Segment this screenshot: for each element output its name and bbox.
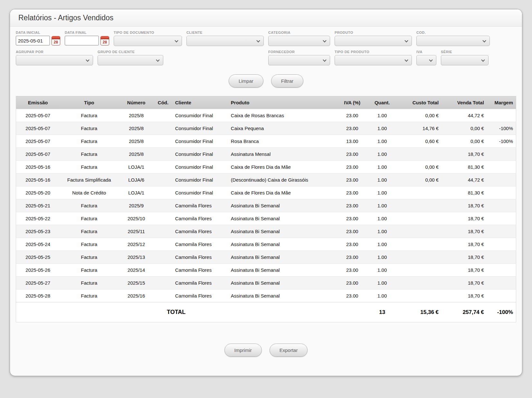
filter-label-data-final: DATA FINAL: [65, 31, 109, 34]
filter-serie: SÉRIE: [441, 50, 489, 65]
iva-select[interactable]: [416, 55, 436, 65]
table-cell: LOJA/1: [119, 186, 154, 199]
chevron-down-icon: [481, 58, 485, 62]
table-cell: [396, 264, 442, 277]
produto-select[interactable]: [335, 36, 412, 46]
filter-tipo-de-produto: TIPO DE PRODUTO: [335, 50, 412, 65]
table-cell: 1.00: [368, 289, 396, 302]
table-cell: 2025/10: [119, 212, 154, 225]
filter-data-inicial: DATA INICIAL28: [16, 31, 60, 45]
column-header: Margem: [487, 96, 516, 109]
report-actions: Imprimir Exportar: [10, 344, 522, 357]
calendar-icon[interactable]: 28: [100, 36, 109, 45]
table-cell: 2025-05-28: [16, 289, 60, 302]
table-cell: 23.00: [336, 174, 368, 186]
table-row: 2025-05-07Factura2025/8Consumidor FinalC…: [16, 122, 516, 135]
filter-fornecedor: FORNECEDOR: [268, 50, 330, 65]
total-sales: 257,74 €: [442, 302, 487, 322]
table-cell: 44,72 €: [442, 174, 487, 186]
table-cell: Caixa Pequena: [228, 122, 336, 135]
table-row: 2025-05-23Factura2025/11Camomila FloresA…: [16, 225, 516, 238]
filter-control-cliente: [186, 36, 264, 46]
table-cell: 2025-05-07: [16, 135, 60, 148]
cod-select[interactable]: [416, 36, 490, 46]
table-cell: LOJA/1: [119, 161, 154, 174]
clear-button[interactable]: Limpar: [229, 74, 263, 88]
table-cell: [154, 277, 172, 289]
table-cell: 18,70 €: [442, 148, 487, 161]
filter-label-serie: SÉRIE: [441, 50, 489, 54]
table-cell: [154, 135, 172, 148]
table-cell: Factura: [60, 109, 119, 122]
table-cell: 23.00: [336, 148, 368, 161]
table-cell: 23.00: [336, 225, 368, 238]
cliente-select[interactable]: [186, 36, 264, 46]
filter-control-fornecedor: [268, 55, 330, 65]
table-cell: 23.00: [336, 264, 368, 277]
table-cell: 2025-05-26: [16, 264, 60, 277]
table-cell: Factura: [60, 277, 119, 289]
data-inicial-input[interactable]: [16, 36, 50, 45]
filter-categoria: CATEGORIA: [268, 31, 330, 46]
filter-control-categoria: [268, 36, 330, 46]
tipo-de-documento-select[interactable]: [114, 36, 182, 46]
agrupar-por-select[interactable]: [16, 55, 93, 65]
table-row: 2025-05-24Factura2025/12Camomila FloresA…: [16, 238, 516, 251]
table-cell: Consumidor Final: [172, 174, 228, 186]
table-cell: LOJA/6: [119, 174, 154, 186]
filter-control-data-final: 28: [65, 36, 109, 45]
categoria-select[interactable]: [268, 36, 330, 46]
filter-control-tipo-de-produto: [335, 55, 412, 65]
table-cell: Factura: [60, 135, 119, 148]
table-row: 2025-05-16Factura SimplificadaLOJA/6Cons…: [16, 174, 516, 186]
column-header: Quant.: [368, 96, 396, 109]
table-cell: [396, 225, 442, 238]
table-cell: 23.00: [336, 277, 368, 289]
table-cell: 23.00: [336, 109, 368, 122]
table-cell: 2025/15: [119, 277, 154, 289]
table-cell: 0,00 €: [442, 122, 487, 135]
filter-row-1: DATA INICIAL28DATA FINAL28TIPO DE DOCUME…: [16, 31, 516, 46]
table-cell: 23.00: [336, 122, 368, 135]
table-cell: [396, 277, 442, 289]
table-cell: [396, 148, 442, 161]
table-row: 2025-05-26Factura2025/14Camomila FloresA…: [16, 264, 516, 277]
filter-control-data-inicial: 28: [16, 36, 60, 45]
table-cell: 1.00: [368, 212, 396, 225]
table-cell: -100%: [487, 135, 516, 148]
column-header: IVA (%): [336, 96, 368, 109]
grupo-de-cliente-select[interactable]: [98, 55, 163, 65]
tipo-de-produto-select[interactable]: [335, 55, 412, 65]
table-cell: Camomila Flores: [172, 199, 228, 212]
table-cell: Camomila Flores: [172, 264, 228, 277]
page-title: Relatórios - Artigos Vendidos: [18, 14, 113, 22]
table-cell: 2025-05-24: [16, 238, 60, 251]
table-cell: Factura: [60, 161, 119, 174]
data-final-input[interactable]: [65, 36, 99, 45]
table-row: 2025-05-22Factura2025/10Camomila FloresA…: [16, 212, 516, 225]
serie-select[interactable]: [441, 55, 489, 65]
table-cell: [154, 148, 172, 161]
chevron-down-icon: [429, 58, 432, 62]
table-cell: 81,30 €: [442, 186, 487, 199]
table-cell: [487, 109, 516, 122]
table-cell: 1.00: [368, 264, 396, 277]
fornecedor-select[interactable]: [268, 55, 330, 65]
results-table-wrap: EmissãoTipoNúmeroCód.ClienteProdutoIVA (…: [16, 96, 516, 322]
table-cell: [487, 277, 516, 289]
export-button[interactable]: Exportar: [270, 344, 308, 357]
filter-button[interactable]: Filtrar: [271, 74, 303, 88]
chevron-down-icon: [86, 58, 89, 62]
filter-cod: COD.: [416, 31, 490, 46]
table-cell: 18,70 €: [442, 289, 487, 302]
table-row: 2025-05-27Factura2025/15Camomila FloresA…: [16, 277, 516, 289]
table-row: 2025-05-07Factura2025/8Consumidor FinalA…: [16, 148, 516, 161]
calendar-icon[interactable]: 28: [52, 36, 60, 45]
column-header: Número: [119, 96, 154, 109]
chevron-down-icon: [404, 58, 408, 62]
filter-control-iva: [416, 55, 436, 65]
table-cell: [487, 212, 516, 225]
table-cell: 2025/9: [119, 199, 154, 212]
print-button[interactable]: Imprimir: [224, 344, 262, 357]
table-cell: 2025/8: [119, 122, 154, 135]
